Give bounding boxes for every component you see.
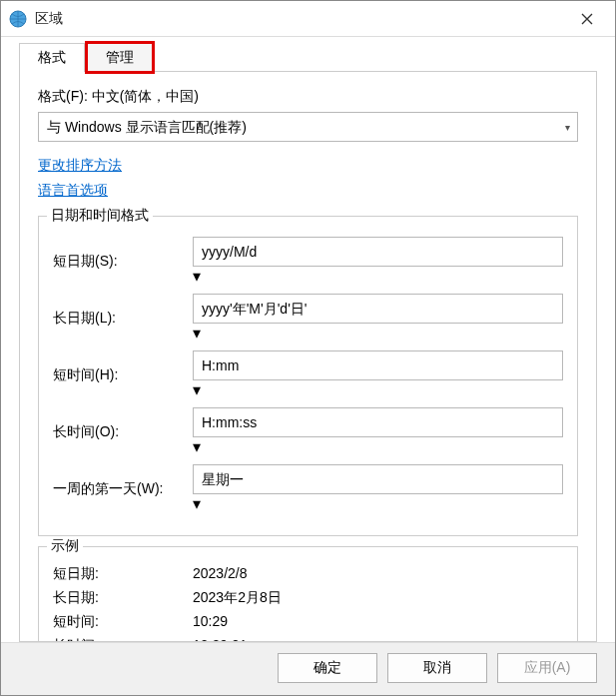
datetime-group-legend: 日期和时间格式 [47,207,153,225]
cancel-button[interactable]: 取消 [387,653,487,683]
example-short-date-label: 短日期: [53,565,193,583]
example-short-time-row: 短时间: 10:29 [53,613,563,631]
format-select[interactable]: 与 Windows 显示语言匹配(推荐) [38,112,578,142]
example-short-date-value: 2023/2/8 [193,565,248,583]
long-date-label: 长日期(L): [53,310,193,328]
chevron-down-icon: ▾ [193,495,201,512]
format-label: 格式(F): 中文(简体，中国) [38,88,578,106]
tabs-row: 格式 管理 [1,37,615,71]
example-short-date-row: 短日期: 2023/2/8 [53,565,563,583]
long-time-select[interactable]: H:mm:ss [193,407,563,437]
short-date-row: 短日期(S): yyyy/M/d ▾ [53,237,563,286]
tab-content: 格式(F): 中文(简体，中国) 与 Windows 显示语言匹配(推荐) ▾ … [19,71,597,642]
long-time-row: 长时间(O): H:mm:ss ▾ [53,407,563,456]
short-date-select[interactable]: yyyy/M/d [193,237,563,267]
example-group-legend: 示例 [47,537,83,555]
example-long-date-row: 长日期: 2023年2月8日 [53,589,563,607]
long-time-label: 长时间(O): [53,423,193,441]
region-dialog-window: 区域 格式 管理 格式(F): 中文(简体，中国) 与 Windows 显示语言… [0,0,616,696]
change-sort-link[interactable]: 更改排序方法 [38,157,122,175]
example-long-date-label: 长日期: [53,589,193,607]
window-title: 区域 [35,10,567,28]
first-day-label: 一周的第一天(W): [53,480,193,498]
first-day-row: 一周的第一天(W): 星期一 ▾ [53,464,563,513]
tab-format[interactable]: 格式 [19,43,85,72]
long-date-row: 长日期(L): yyyy'年'M'月'd'日' ▾ [53,294,563,343]
format-select-wrap: 与 Windows 显示语言匹配(推荐) ▾ [38,112,578,142]
short-time-select[interactable]: H:mm [193,350,563,380]
ok-button[interactable]: 确定 [278,653,377,683]
chevron-down-icon: ▾ [193,438,201,455]
chevron-down-icon: ▾ [193,325,201,342]
titlebar: 区域 [1,1,615,37]
close-button[interactable] [567,4,607,34]
long-date-select[interactable]: yyyy'年'M'月'd'日' [193,294,563,324]
example-long-date-value: 2023年2月8日 [193,589,282,607]
example-short-time-value: 10:29 [193,613,228,631]
short-time-row: 短时间(H): H:mm ▾ [53,350,563,399]
apply-button[interactable]: 应用(A) [497,653,597,683]
chevron-down-icon: ▾ [193,381,201,398]
dialog-button-bar: 确定 取消 应用(A) [1,642,615,695]
globe-icon [9,10,27,28]
first-day-select[interactable]: 星期一 [193,464,563,494]
example-short-time-label: 短时间: [53,613,193,631]
datetime-format-group: 日期和时间格式 短日期(S): yyyy/M/d ▾ 长日期(L): yyyy'… [38,216,578,536]
short-time-label: 短时间(H): [53,366,193,384]
short-date-label: 短日期(S): [53,253,193,271]
close-icon [581,13,593,25]
language-prefs-link[interactable]: 语言首选项 [38,182,108,200]
example-group: 示例 短日期: 2023/2/8 长日期: 2023年2月8日 短时间: 10:… [38,546,578,642]
chevron-down-icon: ▾ [193,268,201,285]
tab-admin[interactable]: 管理 [87,43,153,72]
